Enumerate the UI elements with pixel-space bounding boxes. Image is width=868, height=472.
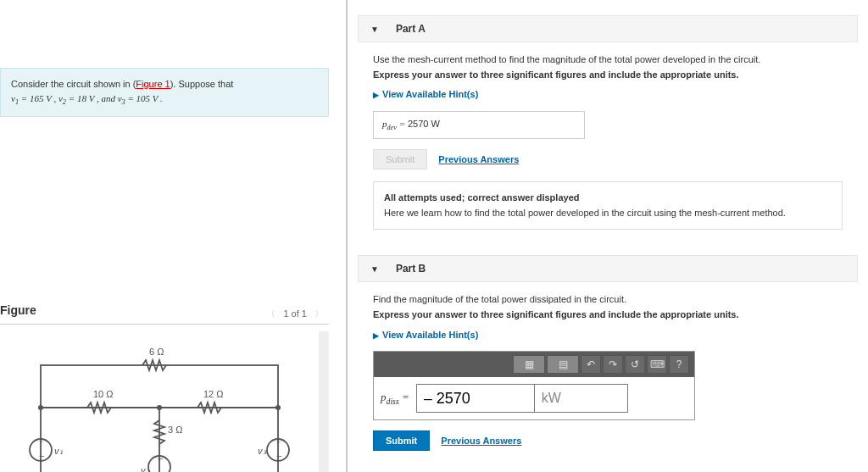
- figure-title: Figure: [0, 303, 36, 324]
- help-icon[interactable]: ?: [669, 355, 689, 374]
- keyboard-icon[interactable]: ⌨: [647, 355, 667, 374]
- part-b-body: Find the magnitude of the total power di…: [358, 282, 858, 461]
- circuit-diagram: 6 Ω 10 Ω 12 Ω 3 Ω 4 Ω 2 Ω + − − + + − v₁…: [0, 331, 329, 472]
- part-a-title: Part A: [396, 23, 426, 35]
- part-b-title: Part B: [396, 263, 426, 275]
- part-a-instr1: Use the mesh-current method to find the …: [373, 53, 843, 68]
- reset-icon[interactable]: ↺: [625, 355, 645, 374]
- label-v3: v₃: [258, 446, 267, 456]
- feedback-title: All attempts used; correct answer displa…: [384, 191, 832, 206]
- right-pane: ▼ Part A Use the mesh-current method to …: [348, 0, 868, 472]
- chevron-left-icon[interactable]: 〈: [261, 308, 281, 319]
- figure-section: Figure 〈 1 of 1 〉: [0, 303, 329, 472]
- part-a-instr2: Express your answer to three significant…: [373, 68, 843, 83]
- part-b-value-input[interactable]: [416, 384, 535, 413]
- part-a-previous-answers[interactable]: Previous Answers: [438, 154, 519, 164]
- svg-text:−: −: [158, 453, 163, 464]
- toolbar: ▦ ▤ ↶ ↷ ↺ ⌨ ?: [374, 352, 694, 377]
- undo-icon[interactable]: ↶: [581, 355, 601, 374]
- figure-link[interactable]: Figure 1: [136, 79, 170, 89]
- label-r12: 12 Ω: [203, 389, 224, 399]
- svg-point-12: [38, 405, 43, 410]
- svg-point-14: [275, 405, 281, 410]
- part-a-header[interactable]: ▼ Part A: [358, 15, 858, 42]
- part-b-unit-input[interactable]: [535, 384, 628, 413]
- format-icon[interactable]: ▤: [547, 355, 579, 374]
- caret-down-icon: ▼: [370, 25, 379, 34]
- template-icon[interactable]: ▦: [513, 355, 545, 374]
- redo-icon[interactable]: ↷: [603, 355, 623, 374]
- svg-point-13: [157, 405, 162, 410]
- part-b-instr1: Find the magnitude of the total power di…: [373, 292, 843, 308]
- label-v1: v₁: [54, 446, 63, 456]
- figure-pager: 〈 1 of 1 〉: [261, 308, 329, 320]
- feedback-body: Here we learn how to find the total powe…: [384, 206, 832, 221]
- part-b-previous-answers[interactable]: Previous Answers: [441, 436, 521, 446]
- part-b-hints[interactable]: View Available Hint(s): [373, 328, 478, 343]
- part-a-feedback: All attempts used; correct answer displa…: [373, 181, 843, 230]
- part-a-answer: pdev = 2570 W: [373, 111, 585, 139]
- problem-prefix: Consider the circuit shown in (: [11, 79, 136, 89]
- part-b-instr2: Express your answer to three significant…: [373, 308, 843, 323]
- part-a-body: Use the mesh-current method to find the …: [358, 42, 858, 240]
- label-v2: v₂: [141, 465, 150, 472]
- svg-text:−: −: [276, 451, 281, 461]
- part-b-input-panel: ▦ ▤ ↶ ↷ ↺ ⌨ ? pdiss =: [373, 351, 695, 420]
- svg-text:+: +: [39, 438, 43, 447]
- svg-text:−: −: [39, 451, 44, 461]
- label-r3: 3 Ω: [168, 425, 182, 435]
- problem-suffix: ). Suppose that: [170, 79, 234, 89]
- pager-text: 1 of 1: [283, 308, 307, 319]
- part-a-submit-button: Submit: [373, 149, 427, 169]
- label-r10: 10 Ω: [93, 389, 114, 399]
- label-r6: 6 Ω: [149, 347, 164, 357]
- caret-down-icon: ▼: [370, 264, 379, 274]
- left-pane: Consider the circuit shown in (Figure 1)…: [0, 0, 348, 472]
- part-b-submit-button[interactable]: Submit: [373, 430, 430, 451]
- problem-statement: Consider the circuit shown in (Figure 1)…: [0, 68, 329, 117]
- problem-values: v1 = 165 V , v2 = 18 V , and v3 = 105 V …: [11, 93, 163, 103]
- part-a-hints[interactable]: View Available Hint(s): [373, 87, 478, 103]
- part-b-header[interactable]: ▼ Part B: [358, 255, 858, 282]
- part-a-value: 2570 W: [408, 119, 440, 129]
- svg-text:+: +: [276, 438, 281, 447]
- chevron-right-icon[interactable]: 〉: [309, 308, 329, 319]
